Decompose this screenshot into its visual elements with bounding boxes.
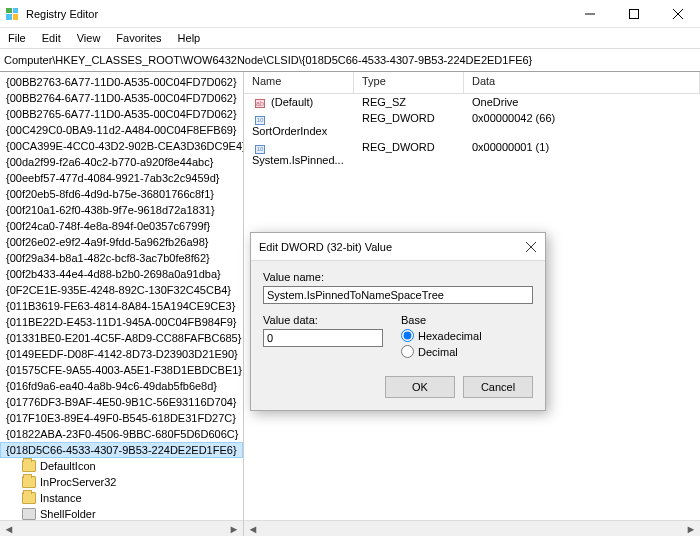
- tree-item[interactable]: {00f210a1-62f0-438b-9f7e-9618d72a1831}: [0, 202, 243, 218]
- tree-item[interactable]: {00BB2763-6A77-11D0-A535-00C04FD7D062}: [0, 74, 243, 90]
- tree-child-label: Instance: [40, 492, 82, 504]
- tree-item[interactable]: {01822ABA-23F0-4506-9BBC-680F5D6D606C}: [0, 426, 243, 442]
- cancel-button[interactable]: Cancel: [463, 376, 533, 398]
- dword-icon: 10: [255, 145, 265, 154]
- value-name-input[interactable]: [263, 286, 533, 304]
- tree-child-item[interactable]: Instance: [0, 490, 243, 506]
- value-name: SortOrderIndex: [252, 125, 327, 137]
- col-data[interactable]: Data: [464, 72, 700, 93]
- tree-item[interactable]: {00f20eb5-8fd6-4d9d-b75e-36801766c8f1}: [0, 186, 243, 202]
- address-text: Computer\HKEY_CLASSES_ROOT\WOW6432Node\C…: [4, 54, 532, 66]
- base-label: Base: [401, 314, 533, 326]
- tree-item[interactable]: {00da2f99-f2a6-40c2-b770-a920f8e44abc}: [0, 154, 243, 170]
- col-name[interactable]: Name: [244, 72, 354, 93]
- close-button[interactable]: [656, 0, 700, 27]
- list-row[interactable]: ab (Default)REG_SZOneDrive: [244, 94, 700, 110]
- list-header: Name Type Data: [244, 72, 700, 94]
- edit-dword-dialog: Edit DWORD (32-bit) Value Value name: Va…: [250, 232, 546, 411]
- tree-item[interactable]: {01776DF3-B9AF-4E50-9B1C-56E93116D704}: [0, 394, 243, 410]
- tree-pane: {00BB2763-6A77-11D0-A535-00C04FD7D062}{0…: [0, 72, 244, 536]
- maximize-button[interactable]: [612, 0, 656, 27]
- dialog-close-button[interactable]: [517, 233, 545, 261]
- value-type: REG_SZ: [354, 95, 464, 109]
- tree-item[interactable]: {00f26e02-e9f2-4a9f-9fdd-5a962fb26a98}: [0, 234, 243, 250]
- svg-rect-1: [630, 9, 639, 18]
- folder-icon: [22, 460, 36, 472]
- tree-child-item[interactable]: ShellFolder: [0, 506, 243, 520]
- address-bar[interactable]: Computer\HKEY_CLASSES_ROOT\WOW6432Node\C…: [0, 48, 700, 72]
- minimize-button[interactable]: [568, 0, 612, 27]
- tree-child-item[interactable]: DefaultIcon: [0, 458, 243, 474]
- scroll-left-icon[interactable]: ◄: [2, 522, 16, 536]
- tree-item[interactable]: {011B3619-FE63-4814-8A84-15A194CE9CE3}: [0, 298, 243, 314]
- scroll-right-icon[interactable]: ►: [227, 522, 241, 536]
- tree-item[interactable]: {00eebf57-477d-4084-9921-7ab3c2c9459d}: [0, 170, 243, 186]
- app-icon: [0, 0, 24, 27]
- radio-dec[interactable]: [401, 345, 414, 358]
- radio-dec-label: Decimal: [418, 346, 458, 358]
- scroll-left-icon[interactable]: ◄: [246, 522, 260, 536]
- list-row[interactable]: 10 SortOrderIndexREG_DWORD0x00000042 (66…: [244, 110, 700, 139]
- value-type: REG_DWORD: [354, 140, 464, 167]
- values-pane: Name Type Data ab (Default)REG_SZOneDriv…: [244, 72, 700, 536]
- tree-hscroll[interactable]: ◄ ►: [0, 520, 243, 536]
- tree-item[interactable]: {00f24ca0-748f-4e8a-894f-0e0357c6799f}: [0, 218, 243, 234]
- folder-icon: [22, 476, 36, 488]
- shellfolder-icon: [22, 508, 36, 520]
- ok-button[interactable]: OK: [385, 376, 455, 398]
- menu-help[interactable]: Help: [178, 32, 201, 44]
- value-name-label: Value name:: [263, 271, 533, 283]
- value-data-label: Value data:: [263, 314, 383, 326]
- dword-icon: 10: [255, 116, 265, 125]
- folder-icon: [22, 492, 36, 504]
- tree-child-label: ShellFolder: [40, 508, 96, 520]
- dialog-title: Edit DWORD (32-bit) Value: [259, 241, 392, 253]
- tree-child-item[interactable]: InProcServer32: [0, 474, 243, 490]
- radio-hex-label: Hexadecimal: [418, 330, 482, 342]
- tree-item[interactable]: {00BB2764-6A77-11D0-A535-00C04FD7D062}: [0, 90, 243, 106]
- tree-child-label: InProcServer32: [40, 476, 116, 488]
- tree-item[interactable]: {00C429C0-0BA9-11d2-A484-00C04F8EFB69}: [0, 122, 243, 138]
- value-name: System.IsPinned...: [252, 154, 344, 166]
- scroll-right-icon[interactable]: ►: [684, 522, 698, 536]
- col-type[interactable]: Type: [354, 72, 464, 93]
- tree-item[interactable]: {016fd9a6-ea40-4a8b-94c6-49dab5fb6e8d}: [0, 378, 243, 394]
- tree-item[interactable]: {00f29a34-b8a1-482c-bcf8-3ac7b0fe8f62}: [0, 250, 243, 266]
- tree-item[interactable]: {01331BE0-E201-4C5F-A8D9-CC88FAFBC685}: [0, 330, 243, 346]
- tree-item[interactable]: {00f2b433-44e4-4d88-b2b0-2698a0a91dba}: [0, 266, 243, 282]
- tree-item[interactable]: {00CA399E-4CC0-43D2-902B-CEA3D36DC9E4}: [0, 138, 243, 154]
- string-icon: ab: [255, 99, 265, 108]
- tree-item[interactable]: {011BE22D-E453-11D1-945A-00C04FB984F9}: [0, 314, 243, 330]
- radio-hex[interactable]: [401, 329, 414, 342]
- list-row[interactable]: 10 System.IsPinned...REG_DWORD0x00000001…: [244, 139, 700, 168]
- menu-bar: File Edit View Favorites Help: [0, 28, 700, 48]
- value-data-input[interactable]: [263, 329, 383, 347]
- menu-favorites[interactable]: Favorites: [116, 32, 161, 44]
- values-hscroll[interactable]: ◄ ►: [244, 520, 700, 536]
- tree-item-selected[interactable]: {018D5C66-4533-4307-9B53-224DE2ED1FE6}: [0, 442, 243, 458]
- list-body: ab (Default)REG_SZOneDrive10 SortOrderIn…: [244, 94, 700, 168]
- value-data: 0x00000042 (66): [464, 111, 700, 138]
- title-bar: Registry Editor: [0, 0, 700, 28]
- value-data: 0x00000001 (1): [464, 140, 700, 167]
- value-name: (Default): [268, 96, 313, 108]
- tree-child-label: DefaultIcon: [40, 460, 96, 472]
- tree-item[interactable]: {017F10E3-89E4-49F0-B545-618DE31FD27C}: [0, 410, 243, 426]
- menu-view[interactable]: View: [77, 32, 101, 44]
- window-title: Registry Editor: [24, 0, 568, 27]
- tree-item[interactable]: {01575CFE-9A55-4003-A5E1-F38D1EBDCBE1}: [0, 362, 243, 378]
- menu-edit[interactable]: Edit: [42, 32, 61, 44]
- value-type: REG_DWORD: [354, 111, 464, 138]
- tree-item[interactable]: {0149EEDF-D08F-4142-8D73-D23903D21E90}: [0, 346, 243, 362]
- dialog-titlebar[interactable]: Edit DWORD (32-bit) Value: [251, 233, 545, 261]
- value-data: OneDrive: [464, 95, 700, 109]
- menu-file[interactable]: File: [8, 32, 26, 44]
- tree-item[interactable]: {0F2CE1E-935E-4248-892C-130F32C45CB4}: [0, 282, 243, 298]
- tree-item[interactable]: {00BB2765-6A77-11D0-A535-00C04FD7D062}: [0, 106, 243, 122]
